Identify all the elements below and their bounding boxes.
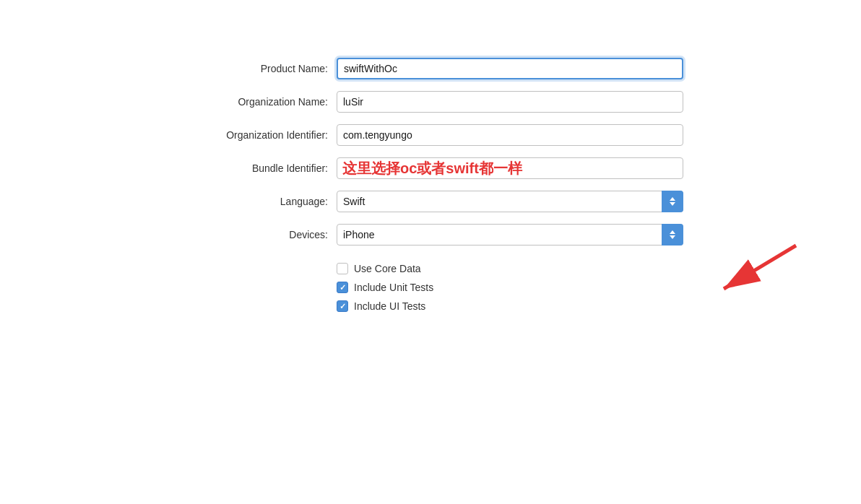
use-core-data-checkbox[interactable] <box>337 263 348 274</box>
org-identifier-row: Organization Identifier: <box>178 124 683 146</box>
use-core-data-label: Use Core Data <box>354 263 421 274</box>
org-identifier-label: Organization Identifier: <box>178 129 337 141</box>
project-setup-form: Product Name: Organization Name: Organiz… <box>0 0 861 312</box>
org-name-label: Organization Name: <box>178 96 337 108</box>
product-name-row: Product Name: <box>178 58 683 79</box>
include-unit-tests-checkbox[interactable] <box>337 282 348 293</box>
include-ui-tests-checkbox[interactable] <box>337 300 348 312</box>
language-label: Language: <box>178 196 337 207</box>
include-unit-tests-label: Include Unit Tests <box>354 282 433 293</box>
devices-row: Devices: iPhone iPad Universal <box>178 224 683 246</box>
include-unit-tests-item[interactable]: Include Unit Tests <box>337 282 683 293</box>
bundle-identifier-input-bg <box>337 157 683 179</box>
devices-select-wrapper: iPhone iPad Universal <box>337 224 683 246</box>
language-row: Language: Swift Objective-C <box>178 191 683 212</box>
org-name-row: Organization Name: <box>178 91 683 113</box>
bundle-identifier-wrapper: 这里选择oc或者swift都一样 <box>337 157 683 179</box>
org-identifier-input[interactable] <box>337 124 683 146</box>
include-ui-tests-label: Include UI Tests <box>354 300 425 312</box>
devices-select[interactable]: iPhone iPad Universal <box>337 224 683 246</box>
product-name-label: Product Name: <box>178 63 337 74</box>
bundle-identifier-row: Bundle Identifier: 这里选择oc或者swift都一样 <box>178 157 683 179</box>
checkboxes-section: Use Core Data Include Unit Tests Include… <box>178 263 683 312</box>
product-name-input[interactable] <box>337 58 683 79</box>
use-core-data-item[interactable]: Use Core Data <box>337 263 683 274</box>
include-ui-tests-item[interactable]: Include UI Tests <box>337 300 683 312</box>
language-select-wrapper: Swift Objective-C <box>337 191 683 212</box>
language-select[interactable]: Swift Objective-C <box>337 191 683 212</box>
org-name-input[interactable] <box>337 91 683 113</box>
bundle-identifier-label: Bundle Identifier: <box>178 162 337 174</box>
devices-label: Devices: <box>178 229 337 240</box>
